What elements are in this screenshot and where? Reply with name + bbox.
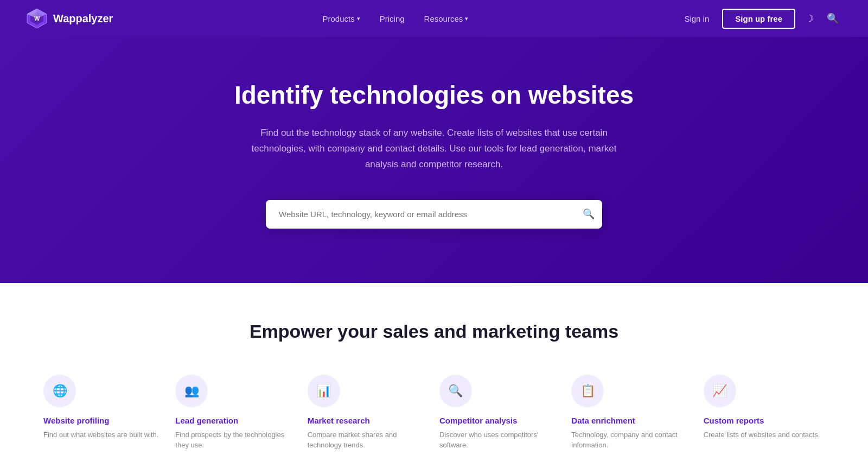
signin-link[interactable]: Sign in (678, 10, 716, 28)
search-button[interactable]: 🔍 (824, 9, 842, 28)
feature-name: Website profiling (43, 416, 109, 425)
feature-name: Data enrichment (571, 416, 635, 425)
chevron-down-icon: ▾ (357, 15, 360, 22)
hero-search-container: 🔍 (266, 200, 602, 229)
feature-item: 📈 Custom reports Create lists of website… (704, 375, 825, 451)
feature-item: 🔍 Competitor analysis Discover who uses … (439, 375, 560, 451)
nav-pricing[interactable]: Pricing (371, 10, 413, 28)
logo-icon: W (26, 8, 48, 29)
nav-links: Products ▾ Pricing Resources ▾ (314, 10, 477, 28)
search-icon: 🔍 (583, 209, 595, 219)
chart-icon: 📊 (308, 375, 340, 407)
svg-text:W: W (34, 15, 40, 22)
hero-title: Identify technologies on websites (11, 80, 857, 110)
globe-icon: 🌐 (43, 375, 76, 407)
feature-item: 👥 Lead generation Find prospects by the … (175, 375, 296, 451)
feature-desc: Find prospects by the technologies they … (175, 430, 296, 451)
feature-desc: Discover who uses competitors' software. (439, 430, 560, 451)
feature-name: Custom reports (704, 416, 764, 425)
nav-products[interactable]: Products ▾ (314, 10, 369, 28)
feature-name: Market research (308, 416, 370, 425)
brand-name: Wappalyzer (53, 12, 113, 25)
feature-desc: Technology, company and contact informat… (571, 430, 692, 451)
feature-desc: Compare market shares and technology tre… (308, 430, 429, 451)
features-title: Empower your sales and marketing teams (43, 321, 825, 342)
data-icon: 📋 (571, 375, 604, 407)
features-section: Empower your sales and marketing teams 🌐… (0, 283, 868, 461)
hero-search-submit[interactable]: 🔍 (583, 208, 595, 220)
competitor-icon: 🔍 (439, 375, 472, 407)
feature-item: 📊 Market research Compare market shares … (308, 375, 429, 451)
darkmode-toggle[interactable]: ☽ (802, 9, 817, 28)
feature-name: Competitor analysis (439, 416, 517, 425)
hero-subtitle: Find out the technology stack of any web… (250, 125, 618, 173)
hero-search-input[interactable] (266, 200, 602, 229)
feature-name: Lead generation (175, 416, 238, 425)
people-icon: 👥 (175, 375, 208, 407)
chevron-down-icon: ▾ (465, 15, 468, 22)
feature-desc: Find out what websites are built with. (43, 430, 158, 440)
hero-section: Identify technologies on websites Find o… (0, 37, 868, 283)
feature-item: 📋 Data enrichment Technology, company an… (571, 375, 692, 451)
reports-icon: 📈 (704, 375, 736, 407)
signup-button[interactable]: Sign up free (722, 9, 795, 29)
navbar: W Wappalyzer Products ▾ Pricing Resource… (0, 0, 868, 37)
features-grid: 🌐 Website profiling Find out what websit… (43, 375, 825, 461)
nav-resources[interactable]: Resources ▾ (416, 10, 477, 28)
nav-actions: Sign in Sign up free ☽ 🔍 (678, 9, 842, 29)
feature-item: 🌐 Website profiling Find out what websit… (43, 375, 164, 451)
feature-desc: Create lists of websites and contacts. (704, 430, 820, 440)
logo[interactable]: W Wappalyzer (26, 8, 113, 29)
